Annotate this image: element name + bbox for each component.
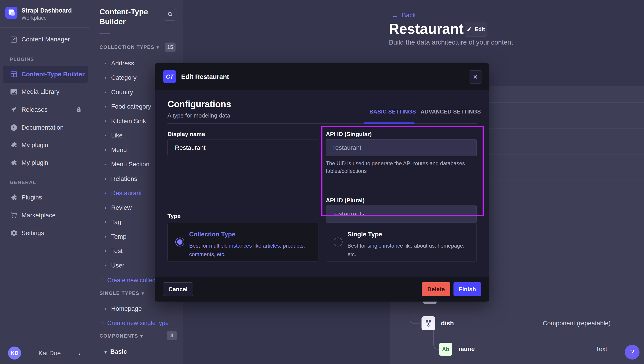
- row-divider: [440, 361, 644, 361]
- sidebar-item-plugins[interactable]: Plugins: [0, 190, 90, 205]
- question-mark-icon: ?: [630, 348, 634, 356]
- sidebar-item-settings[interactable]: Settings: [0, 226, 90, 240]
- item-label: Kitchen Sink: [111, 117, 146, 124]
- collection-types-label: COLLECTION TYPES: [100, 44, 154, 50]
- sidebar-item-releases[interactable]: Releases: [0, 103, 90, 117]
- api-id-plural-input[interactable]: restaurants: [326, 206, 477, 223]
- bullet-icon: •: [104, 88, 107, 97]
- bullet-icon: •: [104, 203, 107, 212]
- item-label: Like: [111, 132, 122, 139]
- workspace-name: Workplace: [22, 15, 47, 21]
- divider: [0, 27, 90, 28]
- tab-advanced-settings[interactable]: ADVANCED SETTINGS: [420, 109, 481, 115]
- page-title: Restaurant: [389, 21, 464, 37]
- collection-type-desc: Best for multiple instances like article…: [189, 242, 310, 259]
- create-single-type-link[interactable]: +Create new single type: [100, 318, 168, 327]
- user-name: Kai Doe: [38, 350, 61, 357]
- collection-types-header[interactable]: COLLECTION TYPES▾: [100, 44, 159, 50]
- sidebar-item-my-plugin-2[interactable]: My plugin: [0, 155, 90, 170]
- close-icon: ✕: [473, 73, 478, 81]
- sidebar-item-label: Settings: [22, 229, 44, 237]
- radio-selected-icon[interactable]: [175, 238, 184, 247]
- search-button[interactable]: [164, 8, 176, 21]
- item-label: Address: [111, 60, 134, 67]
- sidebar-item-marketplace[interactable]: Marketplace: [0, 208, 90, 223]
- divider: [100, 33, 110, 34]
- sidebar-item-content-type-builder[interactable]: Content-Type Builder: [0, 67, 90, 81]
- modal-footer: Cancel Delete Finish: [155, 277, 489, 302]
- api-id-singular-hint: The UID is used to generate the API rout…: [326, 160, 474, 175]
- tab-basic-settings[interactable]: BASIC SETTINGS: [370, 109, 416, 115]
- api-id-singular-label: API ID (Singular): [326, 131, 372, 138]
- field-name: dish: [441, 320, 454, 327]
- divider: [0, 341, 90, 341]
- delete-button[interactable]: Delete: [422, 282, 450, 296]
- item-label: Temp: [111, 233, 126, 240]
- display-name-input[interactable]: Restaurant: [168, 139, 318, 156]
- single-types-label: SINGLE TYPES: [100, 290, 139, 296]
- sidebar-item-label: Releases: [22, 106, 48, 114]
- bullet-icon: •: [104, 117, 107, 126]
- item-label: User: [111, 262, 124, 269]
- api-id-singular-value: restaurant: [333, 144, 361, 151]
- plus-icon: +: [100, 319, 104, 326]
- tree-connector: [433, 330, 440, 350]
- tabs-divider: [168, 123, 477, 124]
- sidebar-item-content-manager[interactable]: Content Manager: [0, 32, 90, 47]
- item-label: Restaurant: [111, 190, 142, 197]
- sidebar-item-homepage[interactable]: •Homepage: [100, 304, 183, 313]
- component-group-basic[interactable]: ▾Basic: [100, 347, 127, 356]
- avatar[interactable]: KD: [8, 346, 21, 359]
- bullet-icon: •: [104, 73, 107, 82]
- help-button[interactable]: ?: [625, 345, 640, 359]
- sidebar-item-label: My plugin: [22, 141, 48, 149]
- collection-type-card[interactable]: Collection Type Best for multiple instan…: [168, 223, 318, 261]
- bullet-icon: •: [104, 174, 107, 183]
- type-label: Type: [168, 213, 181, 220]
- text-field-icon: Ab: [439, 343, 452, 356]
- sidebar-item-label: Marketplace: [22, 211, 56, 219]
- bullet-icon: •: [104, 261, 107, 270]
- bullet-icon: •: [104, 247, 107, 255]
- active-tab-underline: [364, 122, 414, 124]
- sidebar-item-label: My plugin: [22, 159, 48, 167]
- back-link[interactable]: ← Back: [391, 11, 416, 20]
- caret-down-icon: ▾: [104, 350, 107, 354]
- edit-button[interactable]: Edit: [465, 22, 487, 37]
- bullet-icon: •: [104, 232, 107, 241]
- edit-label: Edit: [475, 26, 485, 33]
- item-label: Menu Section: [111, 161, 149, 168]
- bullet-icon: •: [104, 102, 107, 111]
- bullet-icon: •: [104, 189, 107, 198]
- item-label: Homepage: [111, 305, 142, 312]
- collapse-sidebar-button[interactable]: ‹: [75, 348, 84, 359]
- item-label: Review: [111, 204, 132, 211]
- single-types-header[interactable]: SINGLE TYPES▾: [100, 290, 144, 296]
- display-name-value: Restaurant: [175, 144, 206, 151]
- bullet-icon: •: [104, 304, 107, 313]
- sidebar-item-label: Documentation: [22, 124, 64, 132]
- finish-button[interactable]: Finish: [454, 282, 481, 296]
- pencil-icon: [467, 27, 472, 32]
- bullet-icon: •: [104, 160, 107, 169]
- single-type-card[interactable]: Single Type Best for single instance lik…: [326, 223, 477, 261]
- bullet-icon: •: [104, 131, 107, 140]
- radio-unselected-icon[interactable]: [334, 238, 342, 247]
- api-id-singular-input[interactable]: restaurant: [326, 139, 477, 156]
- modal-header: CT Edit Restaurant ✕: [155, 63, 489, 90]
- components-header[interactable]: COMPONENTS▾: [100, 333, 143, 339]
- item-label: Category: [111, 74, 137, 81]
- cancel-button[interactable]: Cancel: [163, 282, 193, 296]
- item-label: Test: [111, 247, 122, 254]
- main-sidebar: Strapi Dashboard Workplace Content Manag…: [0, 0, 90, 364]
- sidebar-item-my-plugin-1[interactable]: My plugin: [0, 138, 90, 152]
- single-type-title: Single Type: [348, 231, 382, 238]
- chevron-left-icon: ‹: [78, 350, 80, 357]
- sidebar-item-documentation[interactable]: Documentation: [0, 120, 90, 135]
- strapi-logo[interactable]: [5, 7, 18, 19]
- sidebar-item-media-library[interactable]: Media Library: [0, 85, 90, 99]
- caret-down-icon: ▾: [142, 291, 144, 296]
- close-button[interactable]: ✕: [469, 70, 482, 84]
- display-name-label: Display name: [168, 131, 205, 138]
- item-label: Menu: [111, 146, 127, 153]
